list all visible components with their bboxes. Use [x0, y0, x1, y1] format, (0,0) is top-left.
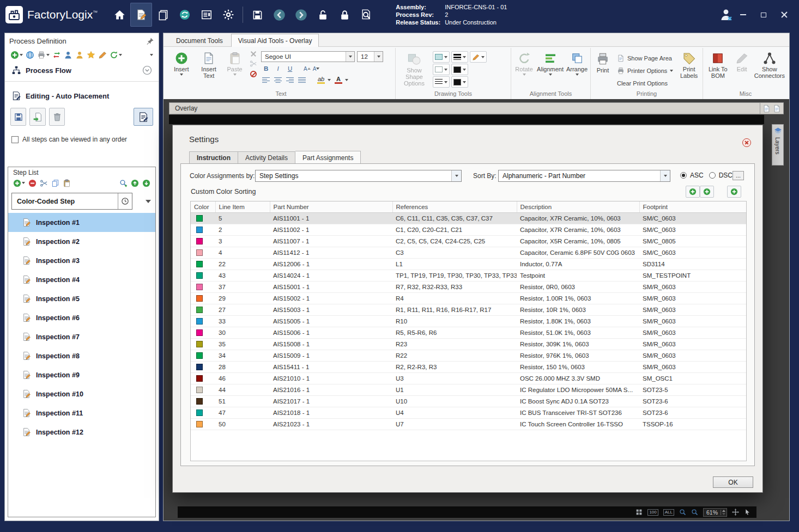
show-shape-options-button[interactable]: Show Shape Options — [397, 49, 431, 90]
font-family-select[interactable]: Segoe UI — [261, 51, 355, 62]
subscript-button[interactable]: A — [313, 66, 320, 72]
tab-visual-aid-tools[interactable]: Visual Aid Tools - Overlay — [231, 34, 319, 47]
sort-by-select[interactable]: Alphanumeric - Part Number — [498, 170, 670, 182]
step-list-item[interactable]: Inspection #1 — [8, 213, 155, 232]
col-line-item[interactable]: Line Item — [215, 201, 270, 212]
bold-button[interactable]: B — [261, 64, 271, 74]
dsc-radio[interactable] — [709, 172, 716, 179]
step-list-item[interactable]: Inspection #6 — [8, 308, 155, 327]
pan-icon[interactable] — [732, 509, 739, 516]
remove-step-button[interactable] — [28, 178, 37, 188]
step-type-dropdown[interactable]: Color-Coded Step — [11, 193, 132, 210]
favorite-button[interactable] — [87, 50, 95, 60]
unlock-button[interactable] — [312, 3, 334, 27]
steps-order-option[interactable]: All steps can be viewed in any order — [5, 128, 159, 143]
documents-button[interactable] — [152, 3, 174, 27]
cut-step-button[interactable] — [40, 178, 48, 188]
table-row[interactable]: 35 AIS15008 - 1 R23 Resistor, 309K 1%, 0… — [191, 338, 747, 350]
underline-button[interactable]: U — [285, 64, 295, 74]
align-right-button[interactable] — [285, 75, 295, 85]
delete-button[interactable] — [49, 108, 65, 126]
zoom-level-control[interactable]: 61% — [703, 508, 727, 517]
overlay-page-2-icon[interactable] — [773, 105, 781, 113]
back-button[interactable] — [268, 3, 290, 27]
col-part-number[interactable]: Part Number — [270, 201, 392, 212]
line-weight-button[interactable] — [451, 51, 468, 63]
table-row[interactable]: 5 AIS11001 - 1 C6, C11, C11, C35, C35, C… — [191, 212, 747, 224]
table-row[interactable]: 44 AIS21016 - 1 U1 IC Regulator LDO Micr… — [191, 384, 747, 395]
tab-document-tools[interactable]: Document Tools — [169, 34, 230, 46]
step-list-item[interactable]: Inspection #12 — [8, 423, 155, 442]
insert-button[interactable]: Insert — [168, 49, 194, 90]
collapse-icon[interactable] — [142, 65, 152, 75]
table-row[interactable]: 47 AIS21018 - 1 U4 IC BUS Transceiver TR… — [191, 407, 747, 418]
pen-color-button[interactable] — [470, 51, 487, 63]
asc-radio[interactable] — [680, 172, 687, 179]
paste-step-button[interactable] — [63, 178, 71, 188]
table-row[interactable]: 27 AIS15003 - 1 R1, R11, R11, R16, R16-R… — [191, 304, 747, 315]
transfer-button[interactable] — [52, 50, 61, 60]
add-color-row-button[interactable] — [686, 186, 700, 198]
zoom-fit-all-button[interactable]: ALL — [663, 509, 674, 516]
checkbox-icon[interactable] — [11, 136, 19, 143]
line-style-button[interactable] — [433, 76, 450, 88]
step-list-item[interactable]: Inspection #4 — [8, 270, 155, 289]
tab-part-assignments[interactable]: Part Assignments — [295, 151, 361, 164]
table-row[interactable]: 4 AIS11412 - 1 C3 Capacitor, Ceramic 6.8… — [191, 247, 747, 258]
more-options-button[interactable]: ... — [733, 171, 744, 180]
show-page-area-button[interactable]: Show Page Area — [615, 52, 675, 64]
home-button[interactable] — [108, 3, 130, 27]
refresh-button[interactable] — [110, 50, 122, 60]
dialog-close-button[interactable] — [742, 138, 751, 147]
print-button[interactable]: Print — [592, 49, 613, 90]
col-color[interactable]: Color — [191, 201, 215, 212]
news-button[interactable] — [196, 3, 217, 27]
color-assignments-select[interactable]: Step Settings — [255, 170, 462, 182]
forward-button[interactable] — [290, 3, 312, 27]
table-row[interactable]: 2 AIS11002 - 1 C1, C20, C20-C21, C21 Cap… — [191, 224, 747, 235]
maximize-button[interactable] — [758, 9, 770, 21]
arrange-button[interactable]: Arrange — [565, 49, 589, 90]
assign-user-button[interactable] — [64, 50, 72, 60]
table-row[interactable]: 46 AIS21010 - 1 U3 OSC 26.000 MHZ 3.3V S… — [191, 372, 747, 384]
col-footprint[interactable]: Footprint — [639, 201, 747, 212]
print-labels-button[interactable]: Print Labels — [677, 49, 701, 90]
step-list-item[interactable]: Inspection #7 — [8, 327, 155, 346]
rotate-button[interactable]: Rotate — [513, 49, 535, 90]
table-row[interactable]: 37 AIS15001 - 1 R7, R32, R32-R33, R33 Re… — [191, 281, 747, 292]
save-layout-button[interactable] — [10, 108, 26, 126]
step-type-expand-icon[interactable] — [146, 200, 151, 203]
col-description[interactable]: Description — [517, 201, 639, 212]
overlay-window-titlebar[interactable]: Overlay — [169, 102, 764, 114]
pin-icon[interactable] — [146, 37, 154, 45]
table-row[interactable]: 43 AIS14024 - 1 TP1, TP19, TP19, TP30, T… — [191, 270, 747, 281]
lock-button[interactable] — [334, 3, 355, 27]
add-button[interactable] — [10, 50, 23, 60]
zoom-out-icon[interactable] — [679, 509, 686, 516]
zoom-100-button[interactable]: 100 — [647, 509, 658, 516]
table-row[interactable]: 30 AIS15006 - 1 R5, R5-R6, R6 Resistor, … — [191, 327, 747, 338]
table-row[interactable]: 28 AIS15411 - 1 R2, R2-R3, R3 Resistor, … — [191, 361, 747, 372]
add-assignment-button[interactable] — [727, 186, 741, 198]
alignment-button[interactable]: Alignment — [537, 49, 564, 90]
tab-instruction[interactable]: Instruction — [189, 151, 238, 164]
add-color-group-button[interactable] — [700, 186, 714, 198]
delete-icon[interactable] — [251, 51, 256, 57]
stroke-color-button[interactable] — [451, 64, 468, 75]
ok-button[interactable]: OK — [713, 476, 753, 488]
table-row[interactable]: 33 AIS15005 - 1 R10 Resistor, 1.80K 1%, … — [191, 315, 747, 327]
step-list-item[interactable]: Inspection #2 — [8, 232, 155, 251]
show-connectors-button[interactable]: Show Connectors — [753, 49, 786, 90]
italic-button[interactable]: I — [273, 64, 283, 74]
move-step-up-button[interactable] — [131, 178, 139, 188]
superscript-button[interactable]: A — [304, 66, 311, 72]
align-center-button[interactable] — [273, 75, 283, 85]
grid-view-icon[interactable] — [635, 509, 643, 516]
link-to-bom-button[interactable]: Link To BOM — [705, 49, 731, 90]
shape-outline-button[interactable] — [433, 64, 450, 75]
copy-step-button[interactable] — [51, 178, 59, 188]
print-button[interactable] — [37, 50, 50, 60]
annotate-button[interactable] — [98, 50, 107, 60]
operator-button[interactable] — [75, 50, 84, 60]
fill-color-button[interactable] — [451, 76, 468, 88]
